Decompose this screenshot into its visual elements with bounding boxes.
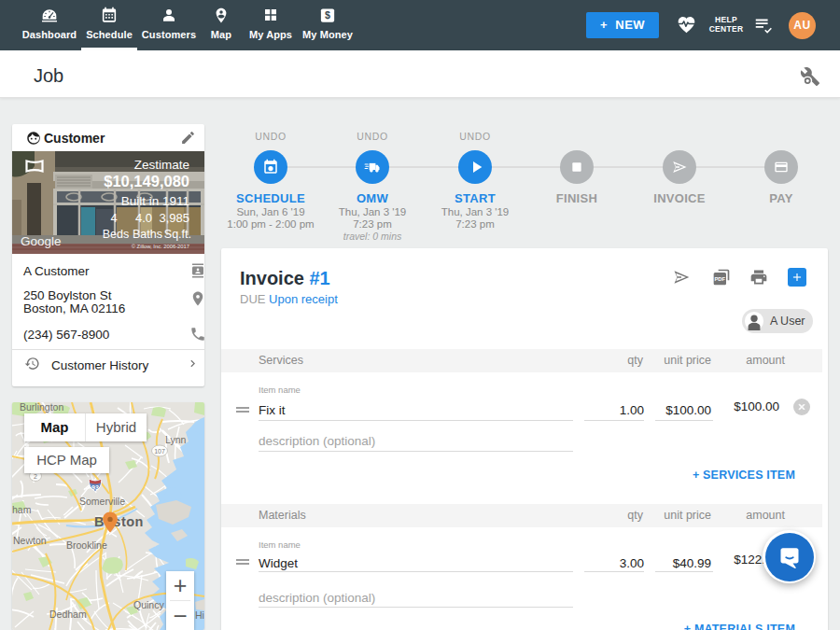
svg-text:Dedham: Dedham: [49, 609, 87, 620]
svg-text:Zestimate: Zestimate: [134, 158, 189, 172]
svg-text:Somerville: Somerville: [79, 496, 125, 507]
svg-text:Brookline: Brookline: [66, 539, 107, 551]
svg-text:Built in 1911: Built in 1911: [121, 194, 189, 208]
svg-text:2: 2: [34, 473, 37, 480]
svg-text:Google: Google: [21, 234, 62, 248]
svg-text:ham: ham: [12, 504, 32, 515]
svg-text:4: 4: [110, 211, 117, 225]
svg-text:Newton: Newton: [13, 535, 47, 546]
svg-text:$: $: [325, 9, 330, 21]
svg-text:Burlington: Burlington: [20, 402, 63, 413]
svg-text:Boston: Boston: [94, 514, 144, 529]
svg-text:$10,149,080: $10,149,080: [104, 173, 189, 189]
svg-text:107: 107: [154, 448, 165, 455]
svg-text:3,985: 3,985: [159, 211, 189, 225]
svg-text:Beds: Beds: [103, 228, 130, 241]
svg-text:Hi: Hi: [195, 609, 204, 621]
svg-text:Quincy: Quincy: [133, 599, 164, 610]
svg-text:93: 93: [91, 484, 99, 491]
svg-text:Baths: Baths: [133, 228, 162, 241]
svg-text:4.0: 4.0: [135, 211, 152, 225]
svg-text:© Zillow, Inc. 2006-2017: © Zillow, Inc. 2006-2017: [132, 244, 189, 249]
svg-text:Lynn: Lynn: [165, 434, 187, 445]
svg-text:PDF: PDF: [714, 276, 725, 282]
svg-text:Sq.ft.: Sq.ft.: [164, 228, 191, 241]
